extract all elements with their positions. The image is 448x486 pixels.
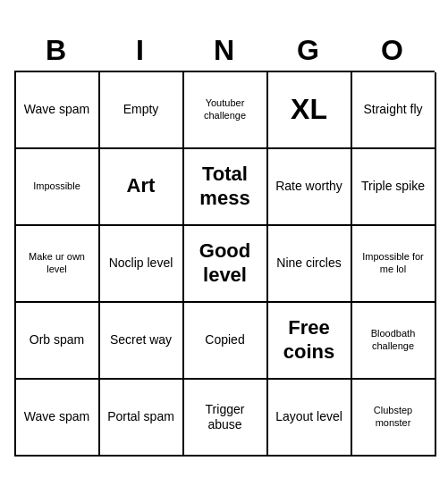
header-letter-g: G [266,30,351,71]
cell-text-8: Rate worthy [275,179,342,194]
bingo-cell-2: Youtuber challenge [184,72,268,149]
header-letter-o: O [351,30,435,71]
bingo-cell-7: Total mess [184,149,268,226]
cell-text-18: Free coins [272,316,347,364]
cell-text-3: XL [291,92,327,126]
bingo-cell-22: Trigger abuse [184,380,268,457]
cell-text-6: Art [127,174,156,197]
bingo-header: BINGO [14,30,435,71]
cell-text-13: Nine circles [276,256,341,271]
bingo-cell-9: Triple spike [352,149,436,226]
bingo-cell-19: Bloodbath challenge [352,303,436,380]
bingo-cell-20: Wave spam [16,380,100,457]
bingo-cell-10: Make ur own level [16,226,100,303]
header-letter-n: N [182,30,266,71]
cell-text-5: Impossible [33,180,80,192]
bingo-cell-15: Orb spam [16,303,100,380]
bingo-cell-4: Straight fly [352,72,436,149]
cell-text-21: Portal spam [107,409,174,424]
bingo-cell-11: Noclip level [100,226,184,303]
cell-text-17: Copied [205,332,244,348]
bingo-cell-12: Good level [184,226,268,303]
cell-text-9: Triple spike [361,179,425,194]
header-letter-i: I [98,30,182,71]
bingo-cell-18: Free coins [268,303,352,380]
bingo-cell-16: Secret way [100,303,184,380]
cell-text-10: Make ur own level [20,251,95,274]
bingo-cell-5: Impossible [16,149,100,226]
cell-text-4: Straight fly [363,102,422,117]
bingo-cell-17: Copied [184,303,268,380]
bingo-cell-3: XL [268,72,352,149]
cell-text-11: Noclip level [109,256,173,271]
bingo-cell-13: Nine circles [268,226,352,303]
cell-text-7: Total mess [188,163,263,210]
bingo-cell-0: Wave spam [16,72,100,149]
cell-text-15: Orb spam [30,332,84,348]
cell-text-14: Impossible for me lol [356,251,431,274]
bingo-grid: Wave spamEmptyYoutuber challengeXLStraig… [14,71,435,457]
bingo-cell-1: Empty [100,72,184,149]
cell-text-20: Wave spam [24,409,89,424]
cell-text-1: Empty [123,102,159,117]
bingo-cell-14: Impossible for me lol [352,226,436,303]
bingo-cell-23: Layout level [268,380,352,457]
cell-text-19: Bloodbath challenge [356,328,431,351]
cell-text-12: Good level [188,239,263,287]
cell-text-16: Secret way [110,332,172,348]
bingo-cell-8: Rate worthy [268,149,352,226]
bingo-cell-24: Clubstep monster [352,380,436,457]
cell-text-0: Wave spam [24,102,89,117]
cell-text-24: Clubstep monster [356,405,431,428]
cell-text-23: Layout level [275,409,342,424]
cell-text-2: Youtuber challenge [188,97,263,121]
cell-text-22: Trigger abuse [188,402,263,432]
bingo-card: BINGO Wave spamEmptyYoutuber challengeXL… [14,30,435,457]
header-letter-b: B [14,30,98,71]
bingo-cell-6: Art [100,149,184,226]
bingo-cell-21: Portal spam [100,380,184,457]
